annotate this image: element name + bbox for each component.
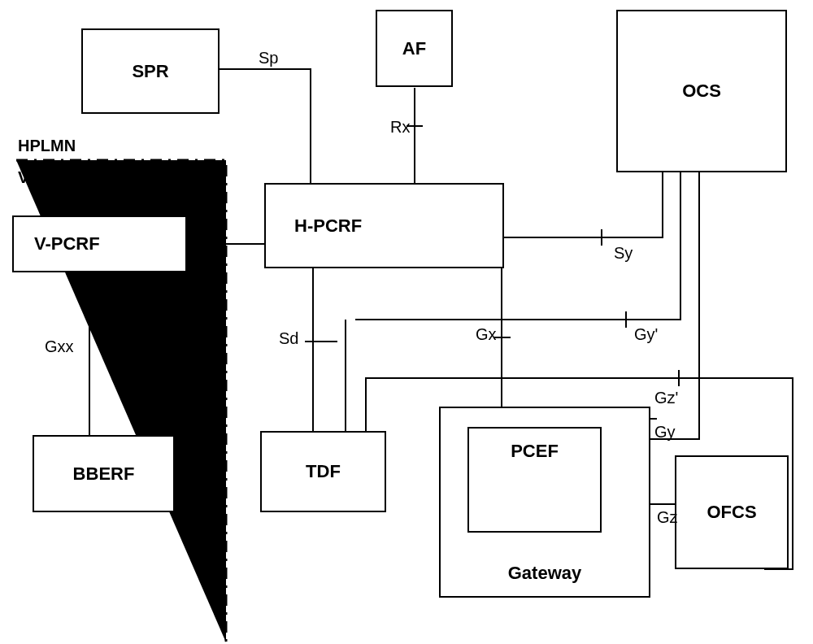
gateway-label: Gateway [508,563,582,584]
iface-gy: Gy [654,423,676,442]
node-h-pcrf: H-PCRF [264,183,504,268]
node-ofcs: OFCS [675,455,789,569]
iface-gyp: Gy' [634,325,658,344]
iface-gz: Gz [657,508,678,527]
node-ocs: OCS [616,10,787,172]
node-spr: SPR [81,28,220,114]
node-tdf: TDF [260,431,386,512]
iface-s9: S9 [195,199,215,218]
region-vplmn-label: VPLMN [18,168,75,187]
iface-gzp: Gz' [654,389,678,407]
iface-rx: Rx [390,118,410,137]
node-pcef: PCEF [467,427,602,533]
iface-gxx: Gxx [45,337,74,356]
iface-sy: Sy [614,244,633,263]
region-hplmn-label: HPLMN [18,137,76,155]
diagram-stage: SPR AF OCS H-PCRF V-PCRF BBERF TDF Gatew… [0,0,813,644]
node-v-pcrf: V-PCRF [12,215,187,272]
node-bberf: BBERF [33,435,175,512]
iface-sd: Sd [279,329,298,348]
iface-gx: Gx [476,325,497,344]
node-af: AF [376,10,453,87]
iface-sp: Sp [259,49,278,67]
